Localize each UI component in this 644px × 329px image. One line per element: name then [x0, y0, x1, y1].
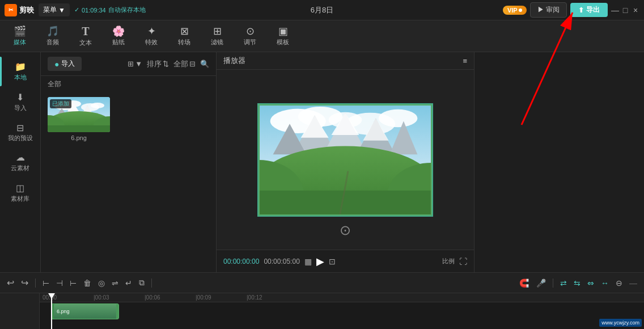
copy-button[interactable]: ⧉ [137, 277, 147, 289]
svg-rect-13 [48, 125, 110, 132]
toolbar-separator-2 [151, 279, 152, 288]
track-type-2[interactable]: ⇆ [571, 277, 583, 289]
mirror-button[interactable]: ⇌ [109, 277, 121, 289]
auto-save: ✓ 01:09:34 自动保存本地 [74, 6, 146, 14]
play-button[interactable]: ▶ [316, 255, 324, 268]
fullscreen-button[interactable]: ⛶ [459, 257, 467, 266]
crop-button[interactable]: ⊡ [329, 257, 336, 266]
delete-button[interactable]: 🗑 [81, 277, 94, 289]
export-button[interactable]: ⬆ 导出 [570, 3, 608, 17]
sidebar-item-cloud[interactable]: ☁ 云素材 [0, 147, 40, 177]
preview-panel: 播放器 ≡ [217, 52, 474, 272]
watermark: www.ycwjzy.com [599, 319, 642, 327]
title-bar: ✂ 剪映 菜单 ▼ ✓ 01:09:34 自动保存本地 6月8日 VIP ▶ 审… [0, 0, 644, 20]
redo-button[interactable]: ↪ [19, 276, 31, 289]
effects-icon: ✦ [147, 26, 156, 36]
preview-title: 播放器 [223, 56, 245, 66]
menu-button[interactable]: 菜单 ▼ [39, 3, 70, 16]
audio-icon: 🎵 [46, 26, 59, 36]
title-bar-center: 6月8日 [311, 5, 333, 15]
toolbar-item-transition[interactable]: ⊠ 转场 [169, 23, 200, 50]
trim-end-button[interactable]: ⊢ [67, 277, 79, 289]
media-panel-header: ● 导入 ⊞ ▼ 排序 ⇅ 全部 ⊟ 🔍 [41, 52, 216, 76]
sidebar-item-preset[interactable]: ⊟ 我的预设 [0, 118, 40, 146]
track-area[interactable]: 00:00 |00:03 |00:06 |00:09 |00:12 6.png [40, 293, 644, 329]
sticker-icon: 🌸 [112, 26, 125, 36]
magnet-button[interactable]: 🧲 [516, 277, 532, 289]
library-label: 素材库 [11, 195, 29, 203]
trim-start-button[interactable]: ⊣ [54, 277, 65, 289]
track-type-1[interactable]: ⇄ [558, 277, 569, 289]
review-icon: ▶ [537, 6, 544, 14]
ruler-mark-1: |00:03 [94, 294, 109, 301]
preview-menu-icon[interactable]: ≡ [463, 57, 467, 65]
close-button[interactable]: × [632, 6, 639, 14]
library-icon: ◫ [16, 183, 24, 193]
sidebar-item-library[interactable]: ◫ 素材库 [0, 178, 40, 208]
sort-label: 排序 [147, 59, 162, 69]
sidebar-item-import[interactable]: ⬇ 导入 [0, 87, 40, 117]
search-button[interactable]: 🔍 [200, 60, 209, 68]
toolbar-item-text[interactable]: T 文本 [70, 23, 101, 50]
svg-point-18 [379, 109, 418, 126]
sidebar-item-local[interactable]: 📁 本地 [0, 57, 40, 86]
clip-thumbnail: 6.png [54, 304, 116, 319]
media-category-label: 全部 [41, 76, 216, 92]
adjust-label: 调节 [244, 38, 256, 47]
undo-button[interactable]: ↩ [5, 276, 16, 289]
timeline: ↩ ↪ ⊢ ⊣ ⊢ 🗑 ◎ ⇌ ↵ ⧉ 🧲 🎤 ⇄ ⇆ ⇔ ↔ ⊖ — 00:0… [0, 272, 644, 329]
toolbar-item-effects[interactable]: ✦ 特效 [136, 23, 167, 50]
vip-label: VIP [507, 7, 518, 14]
right-panel [474, 52, 644, 272]
track-type-3[interactable]: ⇔ [585, 277, 596, 289]
maximize-button[interactable]: □ [621, 6, 629, 14]
cloud-label: 云素材 [11, 164, 29, 172]
media-icon: 🎬 [14, 26, 26, 36]
timeline-toolbar: ↩ ↪ ⊢ ⊣ ⊢ 🗑 ◎ ⇌ ↵ ⧉ 🧲 🎤 ⇄ ⇆ ⇔ ↔ ⊖ — [0, 273, 644, 293]
grid-view-button[interactable]: ⊞ ▼ [128, 60, 142, 68]
total-time: 00:00:05:00 [264, 258, 299, 265]
import-button[interactable]: ● 导入 [48, 57, 82, 71]
toolbar: 🎬 媒体 🎵 音频 T 文本 🌸 贴纸 ✦ 特效 ⊠ 转场 ⊞ 滤镜 ⊙ 调节 … [0, 20, 644, 52]
return-button[interactable]: ↵ [123, 277, 134, 289]
toolbar-item-media[interactable]: 🎬 媒体 [5, 23, 35, 50]
toolbar-item-adjust[interactable]: ⊙ 调节 [235, 23, 265, 50]
track-clip[interactable]: 6.png [51, 303, 119, 319]
export-icon: ⬆ [578, 6, 584, 14]
timeline-track: 00:00 |00:03 |00:06 |00:09 |00:12 6.png [0, 293, 644, 329]
media-thumbnail: 已添加 [48, 97, 110, 132]
mic-button[interactable]: 🎤 [534, 277, 548, 289]
split-button[interactable]: ⊢ [40, 277, 52, 289]
toolbar-separator-3 [553, 279, 553, 288]
record-button[interactable]: ◎ [96, 277, 107, 289]
grid-icon: ⊞ [128, 60, 134, 68]
toolbar-separator-1 [35, 279, 36, 288]
preview-landscape [259, 104, 432, 216]
transition-icon: ⊠ [180, 26, 189, 36]
timeline-right-tools: 🧲 🎤 ⇄ ⇆ ⇔ ↔ ⊖ — [516, 277, 639, 289]
preview-video[interactable] [257, 103, 433, 217]
sticker-label: 贴纸 [112, 38, 125, 47]
added-badge: 已添加 [50, 99, 71, 108]
zoom-out-button[interactable]: ⊖ [613, 277, 625, 289]
grid-toggle-button[interactable]: ▦ [304, 257, 312, 266]
center-play-icon[interactable]: ⊙ [340, 222, 351, 238]
minimize-button[interactable]: — [611, 6, 619, 14]
media-item[interactable]: 已添加 6.png [48, 97, 110, 141]
review-button[interactable]: ▶ 审阅 [530, 2, 567, 18]
vip-dot [519, 9, 522, 12]
vip-badge[interactable]: VIP [503, 6, 527, 15]
grid-dropdown: ▼ [135, 60, 142, 68]
toolbar-item-audio[interactable]: 🎵 音频 [37, 23, 68, 50]
all-filter-button[interactable]: 全部 ⊟ [173, 59, 196, 69]
ratio-button[interactable]: 比例 [442, 257, 455, 265]
main-content: 📁 本地 ⬇ 导入 ⊟ 我的预设 ☁ 云素材 ◫ 素材库 ● 导入 [0, 52, 644, 272]
menu-label: 菜单 [43, 5, 57, 15]
playhead[interactable] [51, 293, 52, 329]
toolbar-item-template[interactable]: ▣ 模板 [268, 23, 298, 50]
track-type-4[interactable]: ↔ [599, 277, 611, 289]
toolbar-item-filter[interactable]: ⊞ 滤镜 [202, 23, 232, 50]
toolbar-item-sticker[interactable]: 🌸 贴纸 [103, 23, 134, 50]
sort-button[interactable]: 排序 ⇅ [147, 59, 169, 69]
play-center-control[interactable]: ⊙ [340, 222, 351, 238]
